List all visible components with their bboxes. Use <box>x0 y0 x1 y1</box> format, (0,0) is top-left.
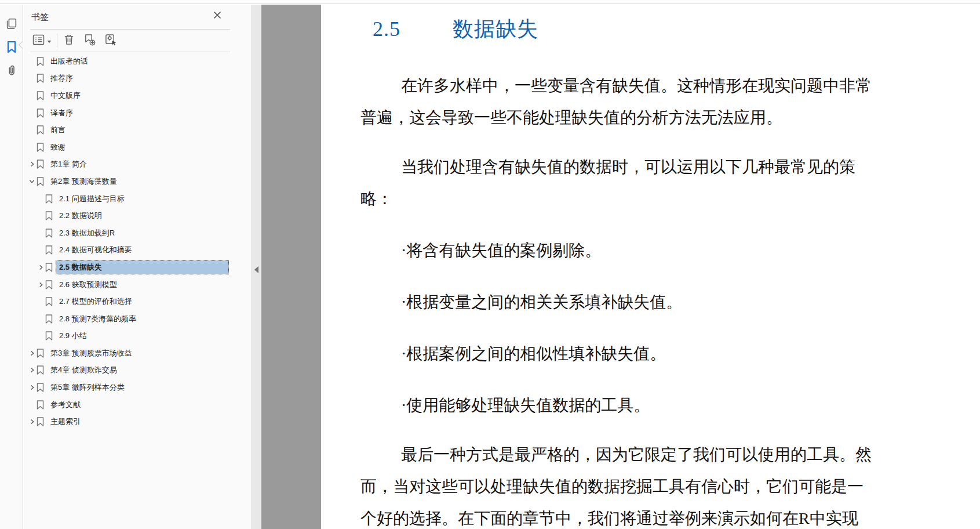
toolbar-separator <box>57 34 57 48</box>
bookmark-item[interactable]: 2.8 预测7类海藻的频率 <box>24 310 251 328</box>
navigation-rail <box>0 5 23 529</box>
page-content: 在许多水样中，一些变量含有缺失值。这种情形在现实问题中非常普遍，这会导致一些不能… <box>360 70 859 529</box>
bookmark-item-label[interactable]: 主题索引 <box>47 415 229 429</box>
chevron-spacer <box>36 314 45 324</box>
chevron-right-icon[interactable] <box>36 263 45 272</box>
bookmark-item[interactable]: 第3章 预测股票市场收益 <box>24 345 251 362</box>
text-line: ·将含有缺失值的案例剔除。 <box>360 234 859 266</box>
bookmark-item[interactable]: 2.6 获取预测模型 <box>24 276 251 294</box>
section-heading: 2.5 数据缺失 <box>373 15 980 43</box>
bookmark-icon <box>45 245 53 255</box>
bookmark-icon <box>45 194 53 204</box>
chevron-spacer <box>27 57 37 66</box>
bookmark-item[interactable]: 2.9 小结 <box>24 328 251 345</box>
bookmark-item[interactable]: 第5章 微阵列样本分类 <box>24 379 251 396</box>
bookmark-item-label[interactable]: 2.2 数据说明 <box>56 209 229 223</box>
chevron-spacer <box>27 143 37 152</box>
chevron-spacer <box>27 108 37 118</box>
chevron-spacer <box>27 400 37 410</box>
chevron-right-icon[interactable] <box>27 365 37 375</box>
bookmark-item-label[interactable]: 2.7 模型的评价和选择 <box>56 295 229 309</box>
bullet-item: ·将含有缺失值的案例剔除。 <box>360 234 859 266</box>
page-thumbnails-button[interactable] <box>4 17 19 32</box>
text-line: 个好的选择。在下面的章节中，我们将通过举例来演示如何在R中实现 <box>360 502 859 529</box>
chevron-right-icon[interactable] <box>27 383 37 392</box>
bookmark-item[interactable]: 参考文献 <box>24 396 251 414</box>
bookmark-item-label[interactable]: 参考文献 <box>47 398 229 412</box>
bookmark-item[interactable]: 第4章 侦测欺诈交易 <box>24 362 251 379</box>
add-bookmark-icon <box>83 34 96 48</box>
bookmark-item[interactable]: 前言 <box>24 121 251 139</box>
text-line: 普遍，这会导致一些不能处理缺失值的分析方法无法应用。 <box>360 102 859 133</box>
bookmark-item-label[interactable]: 出版者的话 <box>47 55 229 68</box>
bookmark-item-label[interactable]: 第5章 微阵列样本分类 <box>47 381 229 394</box>
toolbar-separator-line <box>30 52 230 52</box>
chevron-spacer <box>36 297 45 306</box>
bookmark-item[interactable]: 第2章 预测海藻数量 <box>24 173 251 190</box>
bookmark-item-label[interactable]: 第4章 侦测欺诈交易 <box>47 363 229 377</box>
bookmark-item[interactable]: 第1章 简介 <box>24 156 251 173</box>
bookmark-item-label[interactable]: 第2章 预测海藻数量 <box>47 175 229 189</box>
bookmark-item-label[interactable]: 2.3 数据加载到R <box>56 226 229 240</box>
add-bookmark-button[interactable] <box>81 33 98 48</box>
chevron-down-icon[interactable] <box>27 177 37 186</box>
bookmarks-panel: 书签 <box>24 5 251 529</box>
chevron-spacer <box>27 91 37 100</box>
chevron-right-icon[interactable] <box>27 417 37 426</box>
bookmark-item[interactable]: 中文版序 <box>24 87 251 104</box>
text-line: ·根据变量之间的相关关系填补缺失值。 <box>360 286 859 318</box>
bullet-item: ·根据案例之间的相似性填补缺失值。 <box>360 338 859 369</box>
bookmark-item[interactable]: 主题索引 <box>24 413 251 430</box>
panel-splitter[interactable] <box>251 5 261 529</box>
acrobat-window: 书签 <box>0 0 980 529</box>
bookmark-icon <box>6 41 17 56</box>
bookmarks-panel-header: 书签 <box>24 5 251 29</box>
bookmark-icon <box>37 365 45 375</box>
paragraph: 在许多水样中，一些变量含有缺失值。这种情形在现实问题中非常普遍，这会导致一些不能… <box>360 70 859 133</box>
panel-title: 书签 <box>31 12 49 23</box>
bookmark-item[interactable]: 致谢 <box>24 139 251 156</box>
bookmark-icon <box>37 177 45 186</box>
chevron-right-icon[interactable] <box>36 280 45 289</box>
bookmark-item[interactable]: 2.7 模型的评价和选择 <box>24 293 251 310</box>
locate-bookmark-icon <box>105 34 117 48</box>
bookmark-icon <box>37 417 45 426</box>
bookmark-item[interactable]: 2.3 数据加载到R <box>24 224 251 242</box>
bookmark-item-label[interactable]: 2.8 预测7类海藻的频率 <box>56 312 229 326</box>
bookmark-item[interactable]: 译者序 <box>24 104 251 122</box>
bookmark-item[interactable]: 2.1 问题描述与目标 <box>24 190 251 208</box>
bookmark-item-label[interactable]: 第1章 简介 <box>47 157 229 171</box>
bookmark-item-label[interactable]: 2.9 小结 <box>56 329 229 343</box>
bookmark-item-label[interactable]: 前言 <box>47 123 229 137</box>
bookmark-item-label[interactable]: 第3章 预测股票市场收益 <box>47 346 229 360</box>
bookmark-options-button[interactable] <box>30 33 54 48</box>
bookmark-item-label[interactable]: 致谢 <box>47 140 229 154</box>
bookmark-item-label[interactable]: 2.1 问题描述与目标 <box>56 192 229 206</box>
bookmarks-button[interactable] <box>4 41 19 56</box>
bookmark-icon <box>37 74 45 83</box>
bookmark-item-label[interactable]: 中文版序 <box>47 89 229 103</box>
locate-bookmark-button[interactable] <box>103 33 119 48</box>
bookmark-item-label[interactable]: 2.6 获取预测模型 <box>56 278 229 292</box>
bookmark-item-label[interactable]: 2.4 数据可视化和摘要 <box>56 243 229 257</box>
bookmark-item-label[interactable]: 2.5 数据缺失 <box>56 260 229 274</box>
bookmark-icon <box>37 125 45 135</box>
collapse-panel-arrow[interactable] <box>254 265 258 276</box>
attachments-button[interactable] <box>4 64 19 79</box>
chevron-spacer <box>36 331 45 340</box>
chevron-right-icon[interactable] <box>27 349 37 358</box>
section-number: 2.5 <box>373 15 400 43</box>
chevron-right-icon[interactable] <box>27 160 37 169</box>
chevron-spacer <box>36 229 45 238</box>
close-panel-button[interactable] <box>212 10 223 22</box>
bookmark-item[interactable]: 推荐序 <box>24 70 251 88</box>
delete-bookmark-button[interactable] <box>61 33 76 48</box>
bookmark-item[interactable]: 出版者的话 <box>24 53 251 70</box>
bookmark-item[interactable]: 2.5 数据缺失 <box>24 259 251 276</box>
bookmark-item-label[interactable]: 译者序 <box>47 106 229 120</box>
bookmark-icon <box>37 108 45 118</box>
bookmark-item-label[interactable]: 推荐序 <box>47 71 229 85</box>
text-line: 略： <box>360 183 859 215</box>
bookmark-item[interactable]: 2.4 数据可视化和摘要 <box>24 242 251 259</box>
bookmark-item[interactable]: 2.2 数据说明 <box>24 207 251 224</box>
